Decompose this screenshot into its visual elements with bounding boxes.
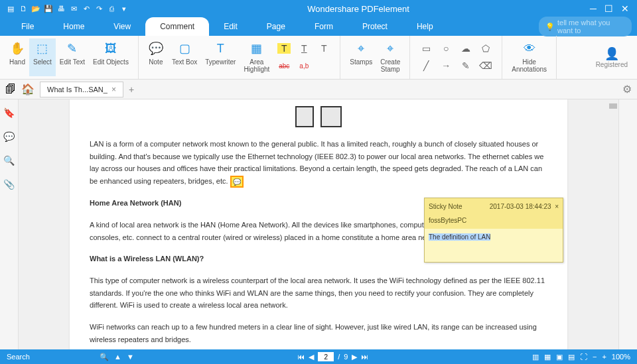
qat-more-icon[interactable]: ▾ (119, 3, 129, 14)
search-panel-icon[interactable]: 🔍 (3, 155, 15, 166)
view-single-icon[interactable]: ▥ (532, 353, 539, 361)
edit-objects-icon: 🖼 (105, 40, 117, 57)
sticky-note-popup[interactable]: Sticky Note 2017-03-03 18:44:23 × fossBy… (424, 198, 563, 263)
qat-undo-icon[interactable]: ↶ (81, 3, 92, 14)
home-icon[interactable]: 🏠 (21, 83, 35, 95)
qat-save-icon[interactable]: 💾 (43, 3, 54, 14)
view-continuous-icon[interactable]: ▦ (544, 353, 551, 361)
zoom-out-button[interactable]: − (593, 353, 597, 361)
polygon-shape-icon[interactable]: ⬠ (479, 43, 492, 54)
hide-annotations-tool[interactable]: 👁Hide Annotations (508, 38, 551, 76)
sidebar-toggle-icon[interactable]: 🗐 (5, 84, 16, 95)
cloud-shape-icon[interactable]: ☁ (459, 43, 472, 54)
status-search[interactable]: Search (7, 353, 73, 361)
heading-han: Home Area Network (HAN) (90, 199, 181, 207)
page-separator: / (338, 353, 340, 361)
qat-mail-icon[interactable]: ✉ (68, 3, 79, 14)
bulb-icon: 💡 (545, 23, 555, 31)
attachments-icon[interactable]: 📎 (3, 179, 15, 190)
vertical-scrollbar[interactable] (608, 99, 618, 361)
menu-help[interactable]: Help (402, 17, 448, 36)
qat-open-icon[interactable]: 📂 (31, 3, 41, 14)
zoom-in-button[interactable]: + (602, 353, 606, 361)
comments-panel-icon[interactable]: 💬 (3, 131, 15, 142)
squiggly-icon[interactable]: T (317, 43, 330, 54)
sticky-close-button[interactable]: × (555, 203, 559, 210)
find-icon[interactable]: 🔍 (100, 353, 109, 361)
hand-icon: ✋ (10, 40, 25, 57)
tab-close-button[interactable]: × (111, 85, 116, 94)
typewriter-tool[interactable]: TTypewriter (201, 38, 240, 76)
minimize-button[interactable]: ─ (590, 3, 597, 14)
add-tab-button[interactable]: + (129, 84, 134, 95)
page-number-input[interactable] (318, 352, 334, 361)
user-icon: 👤 (604, 46, 619, 61)
rectangle-shape-icon[interactable]: ▭ (419, 43, 433, 54)
pencil-shape-icon[interactable]: ✎ (459, 60, 472, 71)
close-button[interactable]: ✕ (621, 3, 629, 14)
sticky-note-marker[interactable] (230, 176, 244, 188)
fullscreen-icon[interactable]: ⛶ (580, 353, 587, 361)
text-box-tool[interactable]: ▢Text Box (168, 38, 201, 76)
oval-shape-icon[interactable]: ○ (439, 43, 453, 54)
area-highlight-tool[interactable]: ▦Area Highlight (240, 38, 273, 76)
cursor-icon: ⬚ (36, 40, 48, 57)
note-tool[interactable]: 💬Note (144, 38, 168, 76)
menu-home[interactable]: Home (48, 17, 99, 36)
stamps-tool[interactable]: ⌖Stamps (346, 38, 376, 76)
stamp-icon: ⌖ (358, 40, 364, 57)
menu-page[interactable]: Page (252, 17, 300, 36)
textbox-icon: ▢ (179, 40, 190, 57)
qat-print-icon[interactable]: 🖶 (56, 3, 66, 14)
account-button[interactable]: 👤 Registered (587, 36, 637, 79)
settings-icon[interactable]: ⚙ (622, 83, 632, 95)
line-shape-icon[interactable]: ╱ (419, 60, 433, 71)
next-result-icon[interactable]: ▼ (127, 353, 134, 361)
select-tool[interactable]: ⬚Select (29, 38, 56, 76)
server-image-2 (320, 106, 342, 127)
qat-new-icon[interactable]: 🗋 (18, 3, 29, 14)
paragraph-4: WiFi networks can reach up to a few hund… (90, 321, 547, 345)
menu-file[interactable]: File (7, 17, 48, 36)
last-page-button[interactable]: ⏭ (361, 353, 368, 361)
hand-tool[interactable]: ✋Hand (5, 38, 29, 76)
menu-edit[interactable]: Edit (209, 17, 252, 36)
tab-title: What Is Th...SAN_ (47, 86, 107, 93)
paragraph-3: This type of computer network is a wirel… (90, 274, 547, 312)
menu-protect[interactable]: Protect (348, 17, 402, 36)
page-content: LAN is a form of a computer network most… (70, 99, 567, 361)
first-page-button[interactable]: ⏮ (297, 353, 305, 361)
highlight-text-icon[interactable]: T (277, 43, 291, 54)
caret-icon[interactable]: a,b (297, 62, 311, 70)
sticky-author: fossBytesPC (425, 215, 563, 229)
maximize-button[interactable]: ☐ (604, 3, 613, 14)
eraser-shape-icon[interactable]: ⌫ (479, 60, 492, 71)
view-cover-icon[interactable]: ▤ (568, 353, 575, 361)
document-tab[interactable]: What Is Th...SAN_ × (40, 82, 123, 97)
create-stamp-tool[interactable]: ⌖Create Stamp (376, 38, 404, 76)
edit-text-icon: ✎ (67, 40, 77, 57)
qat-pdf-icon[interactable]: ⎙ (106, 3, 117, 14)
paragraph-1: LAN is a form of a computer network most… (90, 138, 547, 188)
menu-view[interactable]: View (99, 17, 145, 36)
create-stamp-icon: ⌖ (387, 40, 393, 57)
hide-icon: 👁 (524, 40, 535, 57)
next-page-button[interactable]: ▶ (352, 353, 357, 361)
search-input[interactable]: 💡 tell me what you want to (539, 17, 632, 36)
arrow-shape-icon[interactable]: → (439, 60, 453, 71)
view-facing-icon[interactable]: ▣ (556, 353, 563, 361)
strikethrough-icon[interactable]: abc (277, 62, 291, 70)
bookmarks-icon[interactable]: 🔖 (3, 107, 15, 118)
underline-icon[interactable]: T (297, 43, 311, 54)
sticky-content[interactable]: The definition of LAN (425, 229, 563, 262)
menu-form[interactable]: Form (300, 17, 348, 36)
document-viewport[interactable]: LAN is a form of a computer network most… (19, 99, 618, 361)
menu-comment[interactable]: Comment (145, 17, 209, 36)
note-icon: 💬 (149, 40, 163, 57)
server-image-1 (295, 106, 314, 127)
edit-objects-tool[interactable]: 🖼Edit Objects (89, 38, 133, 76)
prev-page-button[interactable]: ◀ (309, 353, 314, 361)
prev-result-icon[interactable]: ▲ (114, 353, 121, 361)
qat-redo-icon[interactable]: ↷ (94, 3, 104, 14)
edit-text-tool[interactable]: ✎Edit Text (56, 38, 89, 76)
